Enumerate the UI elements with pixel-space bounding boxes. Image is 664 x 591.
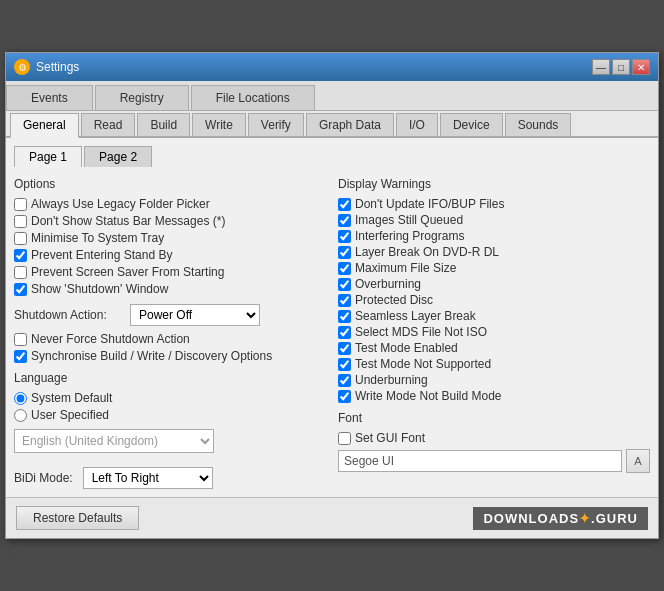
option-prevent-standby-checkbox[interactable] bbox=[14, 249, 27, 262]
tab-events[interactable]: Events bbox=[6, 85, 93, 110]
page-tabs: Page 1 Page 2 bbox=[14, 146, 650, 167]
option-synchronise-checkbox[interactable] bbox=[14, 350, 27, 363]
warning-ifo-bup-checkbox[interactable] bbox=[338, 198, 351, 211]
maximize-button[interactable]: □ bbox=[612, 59, 630, 75]
option-show-shutdown-checkbox[interactable] bbox=[14, 283, 27, 296]
warning-underburning-checkbox[interactable] bbox=[338, 374, 351, 387]
warning-write-mode-checkbox[interactable] bbox=[338, 390, 351, 403]
warning-test-mode-enabled-checkbox[interactable] bbox=[338, 342, 351, 355]
warning-interfering-checkbox[interactable] bbox=[338, 230, 351, 243]
tab-device[interactable]: Device bbox=[440, 113, 503, 136]
option-prevent-screensaver-checkbox[interactable] bbox=[14, 266, 27, 279]
warning-images-queued: Images Still Queued bbox=[338, 213, 650, 227]
watermark: DOWNLOADS✦.GURU bbox=[473, 507, 648, 530]
font-section: Font Set GUI Font A bbox=[338, 411, 650, 473]
font-name-input[interactable] bbox=[338, 450, 622, 472]
warning-ifo-bup: Don't Update IFO/BUP Files bbox=[338, 197, 650, 211]
lang-user-specified-radio[interactable] bbox=[14, 409, 27, 422]
warning-seamless-layer: Seamless Layer Break bbox=[338, 309, 650, 323]
warning-max-file-size-label: Maximum File Size bbox=[355, 261, 456, 275]
option-prevent-screensaver: Prevent Screen Saver From Starting bbox=[14, 265, 326, 279]
option-prevent-standby: Prevent Entering Stand By bbox=[14, 248, 326, 262]
warning-underburning-label: Underburning bbox=[355, 373, 428, 387]
font-browse-button[interactable]: A bbox=[626, 449, 650, 473]
font-title: Font bbox=[338, 411, 650, 425]
lang-user-specified-row: User Specified bbox=[14, 408, 326, 422]
tab-sounds[interactable]: Sounds bbox=[505, 113, 572, 136]
warning-layer-break: Layer Break On DVD-R DL bbox=[338, 245, 650, 259]
warning-interfering-label: Interfering Programs bbox=[355, 229, 464, 243]
warning-mds-not-iso-checkbox[interactable] bbox=[338, 326, 351, 339]
restore-defaults-button[interactable]: Restore Defaults bbox=[16, 506, 139, 530]
tab-row-2: General Read Build Write Verify Graph Da… bbox=[6, 111, 658, 138]
language-section: Language System Default User Specified E… bbox=[14, 371, 326, 453]
option-minimise-tray-checkbox[interactable] bbox=[14, 232, 27, 245]
warning-mds-not-iso-label: Select MDS File Not ISO bbox=[355, 325, 487, 339]
warning-protected-disc-label: Protected Disc bbox=[355, 293, 433, 307]
option-status-messages-label: Don't Show Status Bar Messages (*) bbox=[31, 214, 225, 228]
app-icon: ⚙ bbox=[14, 59, 30, 75]
option-status-messages-checkbox[interactable] bbox=[14, 215, 27, 228]
warning-seamless-layer-checkbox[interactable] bbox=[338, 310, 351, 323]
warning-images-queued-checkbox[interactable] bbox=[338, 214, 351, 227]
option-prevent-standby-label: Prevent Entering Stand By bbox=[31, 248, 172, 262]
tab-write[interactable]: Write bbox=[192, 113, 246, 136]
option-never-force-checkbox[interactable] bbox=[14, 333, 27, 346]
warning-write-mode: Write Mode Not Build Mode bbox=[338, 389, 650, 403]
font-browse-icon: A bbox=[634, 455, 641, 467]
warning-max-file-size-checkbox[interactable] bbox=[338, 262, 351, 275]
option-legacy-folder: Always Use Legacy Folder Picker bbox=[14, 197, 326, 211]
lang-user-specified-label: User Specified bbox=[31, 408, 109, 422]
language-dropdown[interactable]: English (United Kingdom) bbox=[14, 429, 214, 453]
font-set-gui-checkbox[interactable] bbox=[338, 432, 351, 445]
warning-underburning: Underburning bbox=[338, 373, 650, 387]
tab-verify[interactable]: Verify bbox=[248, 113, 304, 136]
bidi-row: BiDi Mode: Left To Right Right To Left A… bbox=[14, 467, 326, 489]
window-title: Settings bbox=[36, 60, 79, 74]
option-legacy-folder-checkbox[interactable] bbox=[14, 198, 27, 211]
page-tab-2[interactable]: Page 2 bbox=[84, 146, 152, 167]
warning-interfering: Interfering Programs bbox=[338, 229, 650, 243]
options-title: Options bbox=[14, 177, 326, 191]
warning-overburning-checkbox[interactable] bbox=[338, 278, 351, 291]
shutdown-action-dropdown[interactable]: Power Off Restart Hibernate Nothing bbox=[130, 304, 260, 326]
option-legacy-folder-label: Always Use Legacy Folder Picker bbox=[31, 197, 210, 211]
tab-file-locations[interactable]: File Locations bbox=[191, 85, 315, 110]
close-button[interactable]: ✕ bbox=[632, 59, 650, 75]
warning-overburning-label: Overburning bbox=[355, 277, 421, 291]
warning-protected-disc-checkbox[interactable] bbox=[338, 294, 351, 307]
main-area: Options Always Use Legacy Folder Picker … bbox=[14, 177, 650, 489]
lang-system-default-radio[interactable] bbox=[14, 392, 27, 405]
warning-max-file-size: Maximum File Size bbox=[338, 261, 650, 275]
warning-write-mode-label: Write Mode Not Build Mode bbox=[355, 389, 502, 403]
tab-registry[interactable]: Registry bbox=[95, 85, 189, 110]
warning-test-mode-not-supported-checkbox[interactable] bbox=[338, 358, 351, 371]
tab-build[interactable]: Build bbox=[137, 113, 190, 136]
bottom-bar: Restore Defaults DOWNLOADS✦.GURU bbox=[6, 497, 658, 538]
title-buttons: — □ ✕ bbox=[592, 59, 650, 75]
bidi-dropdown[interactable]: Left To Right Right To Left Auto bbox=[83, 467, 213, 489]
option-synchronise: Synchronise Build / Write / Discovery Op… bbox=[14, 349, 326, 363]
minimize-button[interactable]: — bbox=[592, 59, 610, 75]
settings-window: ⚙ Settings — □ ✕ Events Registry File Lo… bbox=[5, 52, 659, 539]
tab-io[interactable]: I/O bbox=[396, 113, 438, 136]
content-area: Page 1 Page 2 Options Always Use Legacy … bbox=[6, 138, 658, 497]
warning-images-queued-label: Images Still Queued bbox=[355, 213, 463, 227]
page-tab-1[interactable]: Page 1 bbox=[14, 146, 82, 167]
warning-test-mode-not-supported-label: Test Mode Not Supported bbox=[355, 357, 491, 371]
warning-layer-break-checkbox[interactable] bbox=[338, 246, 351, 259]
warning-layer-break-label: Layer Break On DVD-R DL bbox=[355, 245, 499, 259]
tab-graph-data[interactable]: Graph Data bbox=[306, 113, 394, 136]
warning-list: Don't Update IFO/BUP Files Images Still … bbox=[338, 197, 650, 403]
warning-test-mode-enabled: Test Mode Enabled bbox=[338, 341, 650, 355]
option-prevent-screensaver-label: Prevent Screen Saver From Starting bbox=[31, 265, 224, 279]
warning-protected-disc: Protected Disc bbox=[338, 293, 650, 307]
option-never-force-label: Never Force Shutdown Action bbox=[31, 332, 190, 346]
watermark-icon: ✦ bbox=[579, 511, 591, 526]
option-synchronise-label: Synchronise Build / Write / Discovery Op… bbox=[31, 349, 272, 363]
warning-test-mode-not-supported: Test Mode Not Supported bbox=[338, 357, 650, 371]
tab-read[interactable]: Read bbox=[81, 113, 136, 136]
shutdown-action-label: Shutdown Action: bbox=[14, 308, 124, 322]
warning-seamless-layer-label: Seamless Layer Break bbox=[355, 309, 476, 323]
tab-general[interactable]: General bbox=[10, 113, 79, 138]
